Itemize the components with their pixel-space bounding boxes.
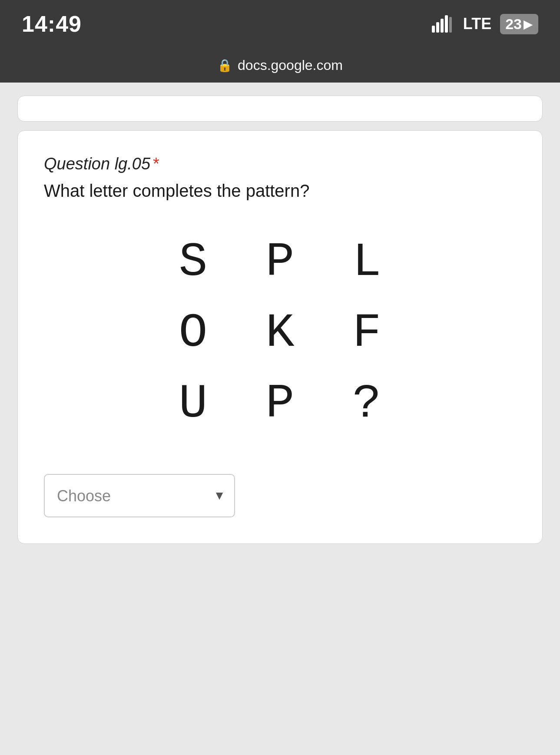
grid-cell-2-1: P (237, 368, 324, 439)
grid-cell-2-0: U (150, 368, 237, 439)
battery-indicator: 23 ▶ (500, 14, 538, 34)
grid-cell-0-2: L (324, 227, 411, 298)
battery-arrow-icon: ▶ (524, 17, 533, 31)
grid-cell-0-1: P (237, 227, 324, 298)
status-right: LTE 23 ▶ (432, 14, 538, 34)
grid-cell-1-2: F (324, 298, 411, 368)
svg-rect-1 (436, 22, 439, 33)
question-text: What letter completes the pattern? (44, 181, 516, 201)
grid-cell-0-0: S (150, 227, 237, 298)
question-label: Question lg.05* (44, 155, 516, 173)
required-mark: * (153, 155, 159, 173)
svg-rect-4 (449, 17, 452, 33)
grid-cell-1-0: O (150, 298, 237, 368)
status-time: 14:49 (22, 11, 82, 37)
question-label-text: Question lg.05 (44, 155, 150, 173)
status-bar: 14:49 LTE 23 ▶ (0, 0, 560, 48)
prev-card (17, 96, 543, 122)
svg-rect-2 (441, 19, 444, 33)
grid-cell-2-2: ? (324, 368, 411, 439)
page-content: Question lg.05* What letter completes th… (0, 83, 560, 557)
svg-rect-3 (445, 15, 448, 33)
svg-rect-0 (432, 26, 435, 33)
browser-bar: 🔒 docs.google.com (0, 48, 560, 83)
answer-dropdown-container[interactable]: Choose A B C D E F G H I J K L M N O P Q… (44, 474, 235, 517)
answer-dropdown[interactable]: Choose A B C D E F G H I J K L M N O P Q… (44, 474, 235, 517)
question-card: Question lg.05* What letter completes th… (17, 130, 543, 544)
lock-icon: 🔒 (217, 58, 232, 73)
lte-label: LTE (463, 15, 491, 33)
grid-cell-1-1: K (237, 298, 324, 368)
letter-grid: S P L O K F U P ? (150, 227, 411, 439)
battery-level: 23 (505, 16, 522, 33)
signal-icon (432, 15, 452, 33)
url-text: docs.google.com (238, 57, 343, 73)
